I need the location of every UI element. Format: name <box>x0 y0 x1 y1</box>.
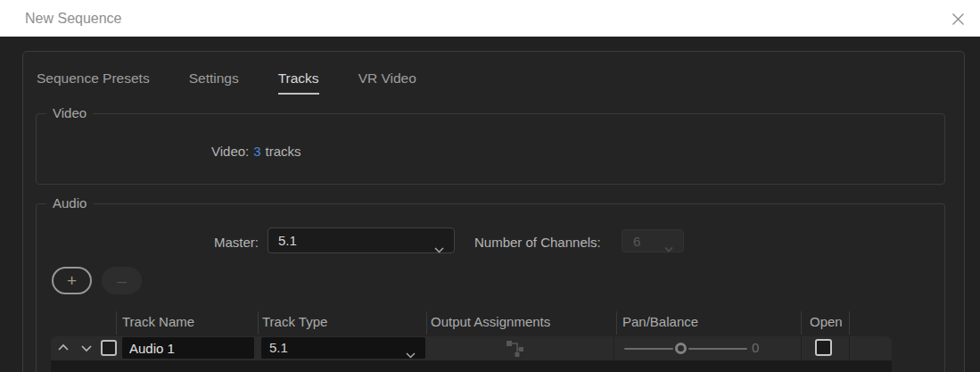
row-divider <box>849 336 850 360</box>
header-divider <box>426 311 427 335</box>
chevron-down-icon <box>663 237 674 260</box>
tab-vr-video[interactable]: VR Video <box>358 70 416 95</box>
header-divider <box>849 311 850 335</box>
table-body-background <box>51 360 892 372</box>
header-divider <box>116 311 117 335</box>
tab-settings[interactable]: Settings <box>189 70 239 95</box>
add-track-button[interactable]: + <box>52 267 92 294</box>
track-enable-checkbox[interactable] <box>101 340 117 356</box>
audio-group-legend: Audio <box>46 195 93 211</box>
close-icon[interactable] <box>950 11 966 27</box>
header-output-assignments: Output Assignments <box>431 314 550 329</box>
header-track-name: Track Name <box>122 314 194 329</box>
titlebar: New Sequence <box>0 0 980 37</box>
new-sequence-dialog: New Sequence Sequence Presets Settings T… <box>0 0 980 372</box>
move-track-up-icon[interactable] <box>57 343 70 351</box>
row-divider <box>801 336 802 360</box>
pan-slider-knob[interactable] <box>675 343 687 354</box>
dialog-title: New Sequence <box>25 0 122 37</box>
pan-slider-track <box>624 348 673 350</box>
header-track-type: Track Type <box>262 314 327 329</box>
tab-tracks[interactable]: Tracks <box>278 70 319 95</box>
channels-label: Number of Channels: <box>474 235 601 250</box>
master-label: Master: <box>134 235 259 250</box>
master-dropdown-value: 5.1 <box>278 233 297 248</box>
remove-track-button: – <box>102 267 142 294</box>
track-type-value: 5.1 <box>269 340 288 355</box>
track-type-dropdown[interactable]: 5.1 <box>261 337 425 359</box>
output-assignment-icon[interactable] <box>506 339 525 361</box>
tab-bar: Sequence Presets Settings Tracks VR Vide… <box>37 70 416 95</box>
move-track-down-icon[interactable] <box>80 344 93 352</box>
track-open-checkbox[interactable] <box>815 339 832 356</box>
video-group: Video <box>36 113 945 185</box>
video-tracks-label: Video: <box>211 144 249 159</box>
video-tracks-count[interactable]: 3 <box>253 144 260 159</box>
chevron-down-icon <box>405 344 416 365</box>
chevron-down-icon <box>433 237 445 261</box>
pan-value: 0 <box>752 340 759 355</box>
header-open: Open <box>810 314 843 329</box>
channels-dropdown-value: 6 <box>633 234 640 249</box>
video-group-legend: Video <box>46 105 93 120</box>
tab-sequence-presets[interactable]: Sequence Presets <box>37 70 150 95</box>
channels-dropdown: 6 <box>622 229 684 252</box>
header-divider <box>801 311 802 335</box>
video-tracks-suffix: tracks <box>266 144 301 159</box>
header-divider <box>616 311 617 335</box>
master-dropdown[interactable]: 5.1 <box>268 227 455 253</box>
header-pan-balance: Pan/Balance <box>622 314 698 329</box>
header-divider <box>258 311 259 335</box>
row-divider <box>614 336 614 360</box>
track-name-input[interactable] <box>122 337 254 359</box>
video-tracks-line: Video:3tracks <box>211 144 301 159</box>
pan-slider-track <box>688 348 747 350</box>
